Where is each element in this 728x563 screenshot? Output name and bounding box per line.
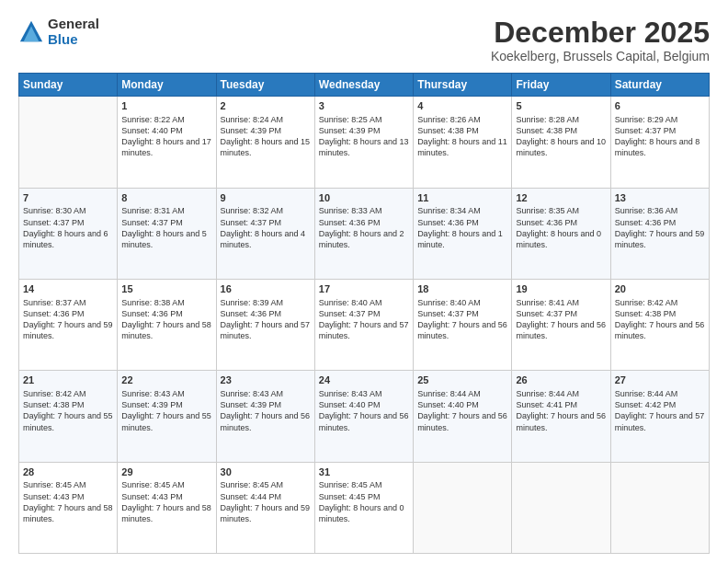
week-row-0: 1Sunrise: 8:22 AMSunset: 4:40 PMDaylight… <box>19 97 710 188</box>
cell-w2-d4: 18Sunrise: 8:40 AMSunset: 4:37 PMDayligh… <box>414 279 512 370</box>
main-title: December 2025 <box>491 17 710 49</box>
cell-w0-d3: 3Sunrise: 8:25 AMSunset: 4:39 PMDaylight… <box>314 97 413 188</box>
cell-content: Sunrise: 8:32 AMSunset: 4:37 PMDaylight:… <box>221 205 311 250</box>
day-number: 12 <box>516 191 606 205</box>
day-number: 10 <box>319 191 409 205</box>
day-number: 8 <box>121 191 211 205</box>
cell-w1-d1: 8Sunrise: 8:31 AMSunset: 4:37 PMDaylight… <box>118 188 216 279</box>
day-number: 16 <box>221 282 311 296</box>
day-number: 18 <box>417 282 507 296</box>
header: General Blue December 2025 Koekelberg, B… <box>18 17 710 63</box>
day-number: 20 <box>615 282 705 296</box>
cell-w3-d5: 26Sunrise: 8:44 AMSunset: 4:41 PMDayligh… <box>512 371 610 462</box>
logo-icon <box>18 19 44 45</box>
weekday-header-row: Sunday Monday Tuesday Wednesday Thursday… <box>19 74 710 97</box>
cell-w2-d6: 20Sunrise: 8:42 AMSunset: 4:38 PMDayligh… <box>610 279 709 370</box>
cell-content: Sunrise: 8:30 AMSunset: 4:37 PMDaylight:… <box>23 205 113 250</box>
cell-content: Sunrise: 8:35 AMSunset: 4:36 PMDaylight:… <box>516 205 606 250</box>
day-number: 13 <box>615 191 705 205</box>
cell-content: Sunrise: 8:33 AMSunset: 4:36 PMDaylight:… <box>319 205 409 250</box>
cell-w0-d4: 4Sunrise: 8:26 AMSunset: 4:38 PMDaylight… <box>414 97 512 188</box>
cell-w4-d1: 29Sunrise: 8:45 AMSunset: 4:43 PMDayligh… <box>118 462 216 553</box>
header-wednesday: Wednesday <box>314 74 413 97</box>
day-number: 19 <box>516 282 606 296</box>
cell-w0-d5: 5Sunrise: 8:28 AMSunset: 4:38 PMDaylight… <box>512 97 610 188</box>
cell-w2-d5: 19Sunrise: 8:41 AMSunset: 4:37 PMDayligh… <box>512 279 610 370</box>
title-section: December 2025 Koekelberg, Brussels Capit… <box>491 17 710 63</box>
logo-general-text: General <box>48 17 99 32</box>
calendar-table: Sunday Monday Tuesday Wednesday Thursday… <box>18 73 710 554</box>
cell-content: Sunrise: 8:43 AMSunset: 4:40 PMDaylight:… <box>319 388 409 433</box>
cell-content: Sunrise: 8:45 AMSunset: 4:44 PMDaylight:… <box>221 479 311 524</box>
cell-content: Sunrise: 8:43 AMSunset: 4:39 PMDaylight:… <box>121 388 211 433</box>
cell-content: Sunrise: 8:22 AMSunset: 4:40 PMDaylight:… <box>121 114 211 159</box>
day-number: 31 <box>319 465 409 479</box>
cell-content: Sunrise: 8:31 AMSunset: 4:37 PMDaylight:… <box>121 205 211 250</box>
cell-content: Sunrise: 8:45 AMSunset: 4:45 PMDaylight:… <box>319 479 409 524</box>
cell-content: Sunrise: 8:44 AMSunset: 4:42 PMDaylight:… <box>615 388 705 433</box>
subtitle: Koekelberg, Brussels Capital, Belgium <box>491 49 710 63</box>
day-number: 1 <box>121 99 211 113</box>
day-number: 22 <box>121 373 211 387</box>
cell-content: Sunrise: 8:34 AMSunset: 4:36 PMDaylight:… <box>417 205 507 250</box>
cell-content: Sunrise: 8:29 AMSunset: 4:37 PMDaylight:… <box>615 114 705 159</box>
cell-w0-d6: 6Sunrise: 8:29 AMSunset: 4:37 PMDaylight… <box>610 97 709 188</box>
header-saturday: Saturday <box>610 74 709 97</box>
cell-w1-d4: 11Sunrise: 8:34 AMSunset: 4:36 PMDayligh… <box>414 188 512 279</box>
cell-w4-d0: 28Sunrise: 8:45 AMSunset: 4:43 PMDayligh… <box>19 462 118 553</box>
cell-content: Sunrise: 8:40 AMSunset: 4:37 PMDaylight:… <box>319 297 409 342</box>
day-number: 29 <box>121 465 211 479</box>
cell-content: Sunrise: 8:42 AMSunset: 4:38 PMDaylight:… <box>23 388 113 433</box>
cell-w1-d6: 13Sunrise: 8:36 AMSunset: 4:36 PMDayligh… <box>610 188 709 279</box>
cell-w1-d0: 7Sunrise: 8:30 AMSunset: 4:37 PMDaylight… <box>19 188 118 279</box>
cell-content: Sunrise: 8:28 AMSunset: 4:38 PMDaylight:… <box>516 114 606 159</box>
header-tuesday: Tuesday <box>216 74 314 97</box>
cell-w4-d3: 31Sunrise: 8:45 AMSunset: 4:45 PMDayligh… <box>314 462 413 553</box>
cell-content: Sunrise: 8:37 AMSunset: 4:36 PMDaylight:… <box>23 297 113 342</box>
day-number: 28 <box>23 465 113 479</box>
cell-w3-d6: 27Sunrise: 8:44 AMSunset: 4:42 PMDayligh… <box>610 371 709 462</box>
cell-content: Sunrise: 8:45 AMSunset: 4:43 PMDaylight:… <box>121 479 211 524</box>
day-number: 11 <box>417 191 507 205</box>
day-number: 26 <box>516 373 606 387</box>
logo-blue-text: Blue <box>48 32 99 48</box>
cell-content: Sunrise: 8:39 AMSunset: 4:36 PMDaylight:… <box>221 297 311 342</box>
cell-w3-d2: 23Sunrise: 8:43 AMSunset: 4:39 PMDayligh… <box>216 371 314 462</box>
day-number: 27 <box>615 373 705 387</box>
cell-w0-d2: 2Sunrise: 8:24 AMSunset: 4:39 PMDaylight… <box>216 97 314 188</box>
day-number: 15 <box>121 282 211 296</box>
week-row-3: 21Sunrise: 8:42 AMSunset: 4:38 PMDayligh… <box>19 371 710 462</box>
day-number: 14 <box>23 282 113 296</box>
page: General Blue December 2025 Koekelberg, B… <box>0 0 728 563</box>
day-number: 23 <box>221 373 311 387</box>
cell-w4-d4 <box>414 462 512 553</box>
cell-content: Sunrise: 8:44 AMSunset: 4:40 PMDaylight:… <box>417 388 507 433</box>
header-thursday: Thursday <box>414 74 512 97</box>
header-sunday: Sunday <box>19 74 118 97</box>
cell-w1-d3: 10Sunrise: 8:33 AMSunset: 4:36 PMDayligh… <box>314 188 413 279</box>
day-number: 3 <box>319 99 409 113</box>
cell-w2-d2: 16Sunrise: 8:39 AMSunset: 4:36 PMDayligh… <box>216 279 314 370</box>
cell-content: Sunrise: 8:44 AMSunset: 4:41 PMDaylight:… <box>516 388 606 433</box>
day-number: 21 <box>23 373 113 387</box>
cell-w2-d3: 17Sunrise: 8:40 AMSunset: 4:37 PMDayligh… <box>314 279 413 370</box>
day-number: 30 <box>221 465 311 479</box>
cell-w4-d6 <box>610 462 709 553</box>
logo: General Blue <box>18 17 99 47</box>
cell-w2-d0: 14Sunrise: 8:37 AMSunset: 4:36 PMDayligh… <box>19 279 118 370</box>
cell-w3-d3: 24Sunrise: 8:43 AMSunset: 4:40 PMDayligh… <box>314 371 413 462</box>
cell-content: Sunrise: 8:40 AMSunset: 4:37 PMDaylight:… <box>417 297 507 342</box>
cell-w0-d1: 1Sunrise: 8:22 AMSunset: 4:40 PMDaylight… <box>118 97 216 188</box>
header-friday: Friday <box>512 74 610 97</box>
cell-content: Sunrise: 8:42 AMSunset: 4:38 PMDaylight:… <box>615 297 705 342</box>
cell-w3-d4: 25Sunrise: 8:44 AMSunset: 4:40 PMDayligh… <box>414 371 512 462</box>
cell-w3-d1: 22Sunrise: 8:43 AMSunset: 4:39 PMDayligh… <box>118 371 216 462</box>
cell-w4-d5 <box>512 462 610 553</box>
cell-w0-d0 <box>19 97 118 188</box>
cell-content: Sunrise: 8:25 AMSunset: 4:39 PMDaylight:… <box>319 114 409 159</box>
cell-content: Sunrise: 8:24 AMSunset: 4:39 PMDaylight:… <box>221 114 311 159</box>
cell-content: Sunrise: 8:43 AMSunset: 4:39 PMDaylight:… <box>221 388 311 433</box>
cell-w1-d5: 12Sunrise: 8:35 AMSunset: 4:36 PMDayligh… <box>512 188 610 279</box>
week-row-4: 28Sunrise: 8:45 AMSunset: 4:43 PMDayligh… <box>19 462 710 553</box>
day-number: 24 <box>319 373 409 387</box>
